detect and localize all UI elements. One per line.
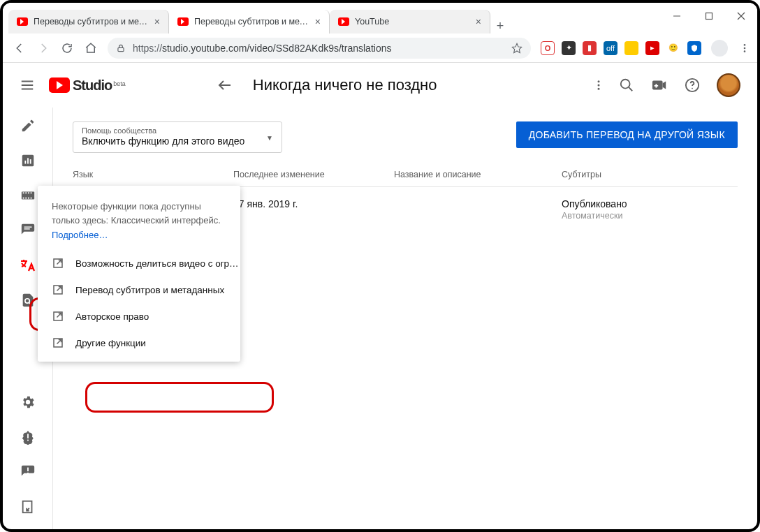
svg-rect-42 bbox=[27, 434, 29, 438]
more-options-button[interactable] bbox=[592, 79, 605, 91]
channel-avatar[interactable] bbox=[717, 73, 740, 97]
sidebar-edit-icon[interactable] bbox=[20, 117, 36, 134]
youtube-favicon-icon bbox=[17, 17, 28, 26]
extension-icon[interactable]: ▮ bbox=[583, 41, 597, 55]
extension-icon[interactable]: off bbox=[604, 41, 618, 55]
help-button[interactable] bbox=[685, 77, 700, 93]
sidebar-comments-icon[interactable] bbox=[20, 222, 36, 239]
svg-line-17 bbox=[629, 87, 632, 91]
close-window-button[interactable] bbox=[725, 3, 757, 29]
lock-icon bbox=[116, 43, 126, 53]
address-bar[interactable]: https://studio.youtube.com/video/SSd82AK… bbox=[108, 38, 531, 59]
close-tab-icon[interactable]: × bbox=[476, 16, 481, 27]
search-button[interactable] bbox=[619, 77, 634, 93]
logo-text: Studio bbox=[73, 77, 112, 94]
sidebar-whatsnew-icon[interactable] bbox=[20, 429, 36, 445]
window-controls bbox=[661, 3, 757, 29]
svg-rect-19 bbox=[655, 85, 659, 87]
star-icon[interactable] bbox=[511, 43, 522, 54]
svg-rect-32 bbox=[25, 198, 27, 199]
external-link-icon bbox=[52, 337, 64, 349]
svg-rect-43 bbox=[27, 440, 29, 441]
col-modified: Последнее изменение bbox=[233, 170, 394, 179]
close-tab-icon[interactable]: × bbox=[154, 16, 160, 27]
extension-icon[interactable]: ✦ bbox=[562, 41, 576, 55]
browser-tab[interactable]: YouTube × bbox=[330, 10, 490, 34]
extension-icon[interactable] bbox=[687, 41, 701, 55]
extension-icon[interactable]: 🙂 bbox=[666, 41, 680, 55]
add-translation-button[interactable]: ДОБАВИТЬ ПЕРЕВОД НА ДРУГОЙ ЯЗЫК bbox=[516, 121, 738, 148]
youtube-logo-icon bbox=[49, 77, 70, 93]
sidebar-editor-icon[interactable] bbox=[20, 187, 36, 204]
popup-item-share[interactable]: Возможность делиться видео с огр… bbox=[38, 250, 240, 276]
classic-features-popup: Некоторые функции пока доступны только з… bbox=[38, 186, 240, 362]
reload-button[interactable] bbox=[60, 41, 74, 55]
close-tab-icon[interactable]: × bbox=[315, 16, 321, 27]
sidebar-other-features-icon[interactable] bbox=[20, 292, 36, 309]
col-title-desc: Название и описание bbox=[394, 170, 562, 179]
logo-beta: beta bbox=[113, 80, 126, 87]
forward-button[interactable] bbox=[36, 41, 50, 55]
titlebar: Переводы субтитров и метадан × Переводы … bbox=[3, 3, 757, 34]
tab-title: Переводы субтитров и метадан bbox=[194, 17, 309, 27]
svg-rect-30 bbox=[30, 192, 31, 193]
minimize-button[interactable] bbox=[661, 3, 693, 29]
sidebar-settings-icon[interactable] bbox=[20, 394, 36, 411]
dropdown-value: Включить функцию для этого видео bbox=[82, 135, 261, 147]
popup-learn-more-link[interactable]: Подробнее… bbox=[38, 227, 240, 250]
new-tab-button[interactable]: + bbox=[490, 19, 510, 34]
sidebar-classic-icon[interactable] bbox=[20, 498, 36, 515]
browser-tab-active[interactable]: Переводы субтитров и метадан × bbox=[169, 10, 330, 34]
svg-rect-4 bbox=[118, 47, 124, 51]
browser-menu-button[interactable] bbox=[738, 41, 752, 55]
tab-title: YouTube bbox=[355, 17, 470, 27]
sidebar-translations-icon[interactable] bbox=[20, 257, 36, 274]
maximize-button[interactable] bbox=[693, 3, 725, 29]
browser-toolbar: https://studio.youtube.com/video/SSd82AK… bbox=[3, 34, 757, 63]
extension-icon[interactable] bbox=[624, 41, 638, 55]
svg-rect-44 bbox=[27, 468, 29, 472]
hamburger-menu-button[interactable] bbox=[20, 77, 35, 93]
app-header: Studio beta Никогда ничего не поздно bbox=[3, 63, 757, 108]
url-text: https://studio.youtube.com/video/SSd82AK… bbox=[133, 43, 391, 54]
svg-rect-34 bbox=[30, 198, 31, 199]
extension-icon[interactable]: O bbox=[541, 41, 555, 55]
page-title: Никогда ничего не поздно bbox=[253, 76, 573, 94]
col-language: Язык bbox=[73, 170, 233, 179]
popup-item-translations[interactable]: Перевод субтитров и метаданных bbox=[38, 276, 240, 303]
svg-marker-5 bbox=[512, 43, 521, 52]
svg-rect-31 bbox=[22, 198, 24, 199]
create-video-button[interactable] bbox=[651, 77, 668, 93]
dropdown-label: Помощь сообщества bbox=[82, 126, 261, 135]
svg-rect-24 bbox=[27, 158, 29, 163]
home-button[interactable] bbox=[84, 41, 98, 55]
col-subtitles: Субтитры bbox=[562, 170, 738, 179]
external-link-icon bbox=[52, 257, 64, 269]
youtube-favicon-icon bbox=[177, 17, 189, 26]
youtube-studio-logo[interactable]: Studio beta bbox=[49, 77, 126, 94]
cell-subtitles: Опубликовано Автоматически bbox=[562, 198, 738, 221]
svg-point-15 bbox=[598, 88, 600, 90]
sidebar-analytics-icon[interactable] bbox=[20, 152, 36, 169]
tab-title: Переводы субтитров и метадан bbox=[34, 17, 149, 27]
svg-rect-23 bbox=[24, 161, 26, 164]
external-link-icon bbox=[52, 310, 64, 323]
browser-profile-icon[interactable] bbox=[711, 40, 728, 57]
svg-point-14 bbox=[598, 84, 600, 87]
svg-point-7 bbox=[744, 47, 746, 49]
popup-description: Некоторые функции пока доступны только з… bbox=[38, 200, 240, 227]
back-button[interactable] bbox=[13, 41, 27, 55]
svg-rect-27 bbox=[22, 192, 24, 193]
community-help-dropdown[interactable]: Помощь сообщества Включить функцию для э… bbox=[73, 121, 282, 153]
popup-item-other[interactable]: Другие функции bbox=[38, 330, 240, 356]
svg-point-13 bbox=[598, 80, 600, 82]
extension-icon[interactable]: ▸ bbox=[645, 41, 659, 55]
youtube-favicon-icon bbox=[338, 17, 349, 26]
popup-item-copyright[interactable]: Авторское право bbox=[38, 303, 240, 330]
sidebar-feedback-icon[interactable] bbox=[20, 464, 36, 480]
browser-tab[interactable]: Переводы субтитров и метадан × bbox=[8, 10, 169, 34]
cell-modified: 17 янв. 2019 г. bbox=[233, 198, 394, 209]
header-back-button[interactable] bbox=[217, 77, 233, 94]
svg-point-16 bbox=[621, 80, 630, 89]
svg-rect-25 bbox=[29, 159, 31, 163]
